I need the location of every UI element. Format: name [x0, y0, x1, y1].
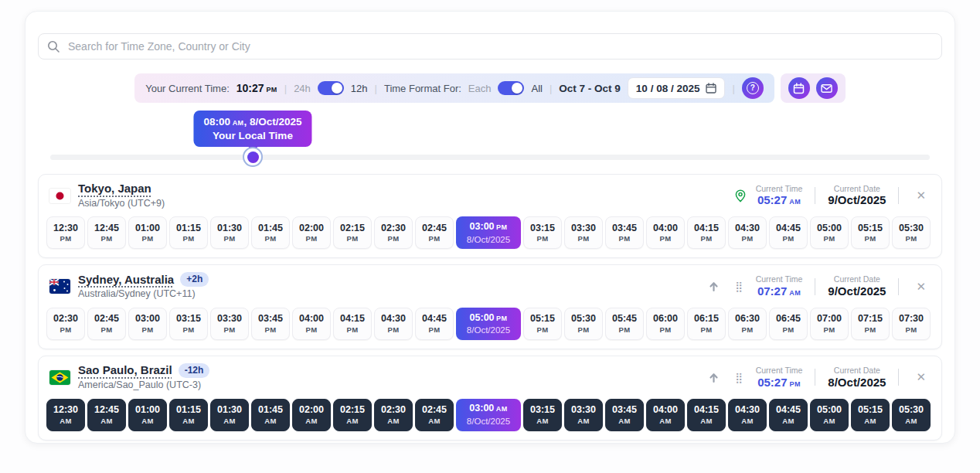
format-scope-toggle[interactable]	[498, 81, 524, 95]
time-slot[interactable]: 05:45PM	[605, 308, 644, 340]
slot-meridiem: PM	[60, 234, 71, 243]
time-slider-handle[interactable]	[243, 147, 263, 167]
slot-meridiem: AM	[823, 417, 835, 426]
time-slot[interactable]: 05:30PM	[564, 308, 603, 340]
time-slot[interactable]: 01:00PM	[128, 216, 167, 249]
selected-time-slot[interactable]: 05:00 PM8/Oct/2025	[456, 308, 521, 340]
time-slot[interactable]: 12:45AM	[87, 399, 126, 431]
time-slot[interactable]: 04:15AM	[687, 399, 726, 431]
selected-time-slot[interactable]: 03:00 PM8/Oct/2025	[456, 216, 521, 249]
timezone-row-header: Sydney, Australia+2hAustralia/Sydney (UT…	[46, 272, 934, 301]
time-slot[interactable]: 02:00AM	[292, 399, 331, 431]
remove-timezone-button[interactable]: ✕	[911, 369, 931, 386]
slot-meridiem: AM	[700, 417, 713, 426]
time-slot[interactable]: 01:00AM	[128, 399, 167, 431]
help-button[interactable]: ?	[742, 77, 764, 99]
slot-meridiem: PM	[741, 325, 753, 335]
time-slot[interactable]: 02:30PM	[46, 308, 85, 340]
time-slot[interactable]: 04:00PM	[646, 216, 685, 249]
time-slot[interactable]: 12:45PM	[87, 216, 126, 249]
calendar-icon	[793, 83, 805, 94]
time-slot[interactable]: 05:00PM	[810, 216, 849, 249]
time-slot[interactable]: 05:30AM	[892, 399, 931, 431]
time-slot[interactable]: 02:15AM	[333, 399, 372, 431]
remove-timezone-button[interactable]: ✕	[911, 278, 931, 295]
email-button[interactable]	[816, 77, 838, 99]
time-slot[interactable]: 05:30PM	[892, 216, 931, 249]
time-slot[interactable]: 03:45PM	[251, 308, 290, 340]
timezone-rows: Tokyo, JapanAsia/Tokyo (UTC+9)Current Ti…	[38, 174, 942, 441]
time-slot[interactable]: 02:45AM	[415, 399, 454, 431]
search-input[interactable]	[38, 33, 942, 60]
time-slot[interactable]: 03:15PM	[169, 308, 208, 340]
time-slot[interactable]: 02:45PM	[415, 216, 454, 249]
city-name[interactable]: Tokyo, Japan	[78, 182, 151, 196]
time-slot[interactable]: 03:45AM	[605, 399, 644, 431]
time-slot[interactable]: 04:00AM	[646, 399, 685, 431]
time-slot[interactable]: 03:00PM	[128, 308, 167, 340]
time-slot[interactable]: 02:45PM	[87, 308, 126, 340]
time-slot-strip: 12:30AM12:45AM01:00AM01:15AM01:30AM01:45…	[46, 399, 934, 431]
time-slot[interactable]: 02:00PM	[292, 216, 331, 249]
time-slot[interactable]: 03:45PM	[605, 216, 644, 249]
time-slot[interactable]: 07:15PM	[851, 308, 890, 340]
time-slot[interactable]: 04:45PM	[769, 216, 808, 249]
time-slot[interactable]: 03:15AM	[523, 399, 562, 431]
date-range-label: Oct 7 - Oct 9	[559, 83, 621, 94]
time-slot[interactable]: 01:30AM	[210, 399, 249, 431]
time-slot[interactable]: 01:15PM	[169, 216, 208, 249]
slot-meridiem: AM	[618, 417, 631, 426]
drag-handle-icon[interactable]: ⣿	[735, 372, 742, 383]
time-slot[interactable]: 07:30PM	[892, 308, 931, 340]
time-slot[interactable]: 02:15PM	[333, 216, 372, 249]
current-date-stat: Current Date9/Oct/2025	[828, 184, 886, 208]
hour-format-toggle[interactable]	[318, 81, 344, 95]
time-slot[interactable]: 03:15PM	[523, 216, 562, 249]
time-slot[interactable]: 01:30PM	[210, 216, 249, 249]
time-slot[interactable]: 01:45PM	[251, 216, 290, 249]
slot-time: 04:00	[653, 223, 678, 235]
time-slot[interactable]: 02:30PM	[374, 216, 413, 249]
time-slot[interactable]: 04:30PM	[374, 308, 413, 340]
time-slot[interactable]: 04:30AM	[728, 399, 767, 431]
time-slot[interactable]: 03:30PM	[564, 216, 603, 249]
time-slot[interactable]: 04:00PM	[292, 308, 331, 340]
time-slot[interactable]: 02:30AM	[374, 399, 413, 431]
drag-handle-icon[interactable]: ⣿	[735, 281, 742, 292]
remove-timezone-button[interactable]: ✕	[911, 187, 931, 204]
time-slot[interactable]: 01:15AM	[169, 399, 208, 431]
time-slot[interactable]: 07:00PM	[810, 308, 849, 340]
time-slot[interactable]: 03:30PM	[210, 308, 249, 340]
time-slot[interactable]: 06:00PM	[646, 308, 685, 340]
move-up-button[interactable]	[706, 279, 721, 294]
time-slot[interactable]: 05:00AM	[810, 399, 849, 431]
time-slot[interactable]: 04:15PM	[687, 216, 726, 249]
time-slot[interactable]: 05:15PM	[851, 216, 890, 249]
slot-meridiem: PM	[223, 325, 235, 335]
time-slot[interactable]: 01:45AM	[251, 399, 290, 431]
time-slot[interactable]: 12:30AM	[46, 399, 85, 431]
time-slot[interactable]: 04:45AM	[769, 399, 808, 431]
slot-time: 01:45	[258, 223, 283, 235]
slot-time: 03:30	[571, 223, 596, 235]
slot-meridiem: PM	[536, 325, 548, 335]
time-slot[interactable]: 03:30AM	[564, 399, 603, 431]
time-slot[interactable]: 04:15PM	[333, 308, 372, 340]
time-slot[interactable]: 06:45PM	[769, 308, 808, 340]
calendar-event-button[interactable]	[788, 77, 810, 99]
time-slot[interactable]: 06:15PM	[687, 308, 726, 340]
time-slot[interactable]: 04:30PM	[728, 216, 767, 249]
move-up-button[interactable]	[706, 370, 721, 385]
time-slot[interactable]: 05:15AM	[851, 399, 890, 431]
city-name[interactable]: Sydney, Australia	[78, 273, 174, 288]
slot-time: 03:15	[530, 404, 555, 417]
time-slot[interactable]: 04:45PM	[415, 308, 454, 340]
time-slot[interactable]: 05:15PM	[523, 308, 562, 340]
city-name[interactable]: Sao Paulo, Brazil	[78, 363, 172, 378]
date-picker-input[interactable]: 10 / 08 / 2025	[628, 77, 726, 99]
selected-time-slot[interactable]: 03:00 AM8/Oct/2025	[456, 399, 521, 431]
time-slot[interactable]: 06:30PM	[728, 308, 767, 340]
slot-time: 04:30	[735, 404, 760, 417]
time-slider-track[interactable]	[50, 155, 930, 160]
time-slot[interactable]: 12:30PM	[46, 216, 85, 249]
